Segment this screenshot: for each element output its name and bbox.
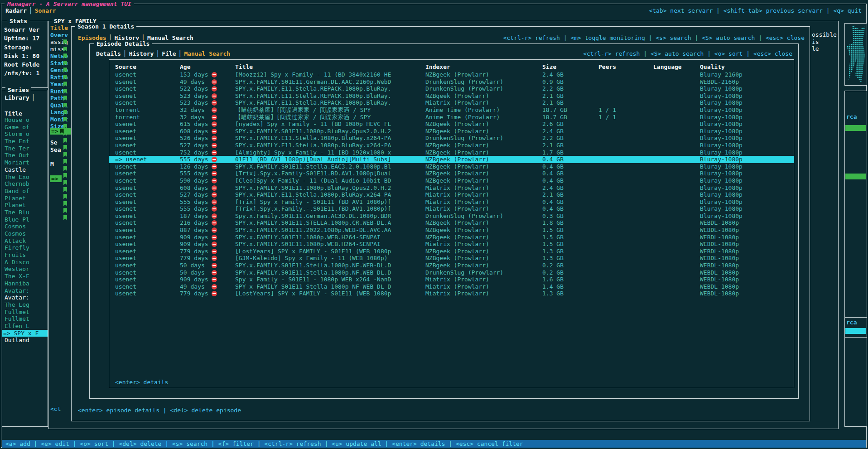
release-row[interactable]: usenet779 days[LostYears] SPY x FAMILY -… — [109, 248, 794, 255]
series-item[interactable]: Blue Pl — [2, 216, 48, 223]
release-row[interactable]: usenet187 daysSpy.x.Family.S01E11.German… — [109, 212, 794, 220]
release-row[interactable]: usenet909 daysSPY.x.FAMILY.S01E11.1080p.… — [109, 234, 794, 241]
icon-row — [63, 186, 67, 193]
release-row[interactable]: torrent32 days【喵萌奶茶屋】[間諜過家家 / 間諜家家酒 / SP… — [109, 106, 794, 114]
series-item[interactable]: Outland — [2, 337, 48, 344]
release-cell: SPY.x.FAMILY.E11.Stella.1080p.BluRay.x26… — [235, 142, 425, 149]
tab-library[interactable]: Library — [5, 94, 29, 101]
series-item[interactable]: Chernob — [2, 180, 48, 188]
release-row[interactable]: usenet522 daysSPY.x.FAMILY.E11.Stella.RE… — [109, 85, 794, 92]
series-item[interactable]: The Blu — [2, 209, 48, 216]
series-item[interactable]: Band of — [2, 188, 48, 195]
episode-tab-manual-search[interactable]: Manual Search — [184, 50, 230, 57]
column-header[interactable]: Size — [542, 63, 598, 71]
release-row[interactable]: usenet527 daysSPY.x.FAMILY.E11.Stella.10… — [109, 142, 794, 149]
column-header[interactable]: Title — [235, 63, 425, 71]
series-item[interactable]: Storm o — [2, 130, 48, 138]
series-item[interactable]: The X-F — [2, 273, 48, 280]
rejected-icon — [212, 72, 217, 77]
series-item[interactable]: House o — [2, 116, 48, 124]
series-item[interactable]: Cosmos — [2, 230, 48, 237]
series-item[interactable]: The Exo — [2, 174, 48, 181]
release-cell: usenet — [115, 234, 180, 241]
release-cell: 523 days — [180, 92, 212, 100]
series-item[interactable]: The Enf — [2, 138, 48, 145]
series-item[interactable]: A Disco — [2, 259, 48, 266]
release-row[interactable]: usenet216 daysSPY.x.FAMILY.S01E11.STELLA… — [109, 219, 794, 227]
column-header[interactable]: Language — [653, 63, 700, 71]
release-row[interactable]: torrent32 days【喵萌奶茶屋】[间谍过家家 / 间谍家家酒 / SP… — [109, 114, 794, 121]
series-item[interactable]: Castle — [2, 166, 48, 174]
release-row[interactable]: usenet523 daysSPY.x.FAMILY.E11.Stella.RE… — [109, 92, 794, 100]
series-item[interactable]: Moriart — [2, 159, 48, 166]
release-cell — [653, 184, 700, 192]
series-item[interactable]: Avatar: — [2, 294, 48, 301]
episode-tab-details[interactable]: Details — [96, 50, 121, 57]
episode-tab-file[interactable]: File — [162, 50, 176, 57]
icon-row — [63, 200, 67, 208]
release-cell — [598, 121, 653, 128]
column-header[interactable]: Quality — [700, 63, 794, 71]
season-tab-manual-search[interactable]: Manual Search — [147, 34, 193, 41]
release-row[interactable]: usenet50 daysSPY.x.FAMILY.S01E11.Stella.… — [109, 262, 794, 269]
occluded-field-label: Overv — [50, 32, 71, 39]
release-row[interactable]: => usenet555 days01E11 (BD AV1 1080p)[Du… — [109, 156, 794, 163]
release-row[interactable]: usenet779 days[LostYears] SPY x FAMILY -… — [109, 290, 794, 297]
series-item[interactable]: Fullmet — [2, 309, 48, 316]
release-cell: usenet — [115, 198, 180, 206]
release-cell: 590 days — [180, 177, 212, 184]
release-row[interactable]: usenet49 daysSPY x FAMILY S01E11 Stella … — [109, 283, 794, 290]
column-header[interactable]: Age — [180, 63, 212, 71]
release-row[interactable]: usenet590 days[Cleo]Spy x Family - 11 (D… — [109, 177, 794, 184]
release-row[interactable]: usenet909 daysSPY.x.FAMILY.S01E11.1080p.… — [109, 241, 794, 248]
release-row[interactable]: usenet555 days[Trix].Spy.x.Family.-.S01E… — [109, 205, 794, 212]
release-row[interactable]: usenet779 days[GJM-Kaleido] Spy x Family… — [109, 255, 794, 262]
series-item[interactable]: Avatar: — [2, 287, 48, 295]
release-row[interactable]: usenet49 daysSPY.x.FAMILY.S01E11.German.… — [109, 78, 794, 86]
release-row[interactable]: usenet555 days[Trix].Spy.x.Family-S01E11… — [109, 170, 794, 177]
release-row[interactable]: usenet527 daysSPY.x.FAMILY.E11.Stella.10… — [109, 191, 794, 198]
release-row[interactable]: usenet752 days[Almighty] Spy x Family - … — [109, 149, 794, 156]
servarr-tab-sonarr[interactable]: Sonarr — [35, 7, 56, 14]
column-header[interactable] — [212, 63, 235, 71]
series-item[interactable]: Attack — [2, 237, 48, 245]
series-item[interactable]: The Leg — [2, 301, 48, 309]
release-row[interactable]: usenet909 daysSpy x Family - S01E11 - 10… — [109, 276, 794, 283]
series-item[interactable]: The Ter — [2, 145, 48, 152]
series-item[interactable]: Elfen L — [2, 323, 48, 330]
release-row[interactable]: usenet153 days[Moozzi2] Spy x Family - 1… — [109, 71, 794, 78]
series-item[interactable]: Cosmos — [2, 223, 48, 230]
release-row[interactable]: usenet523 daysSPY.x.FAMILY.E11.Stella.RE… — [109, 99, 794, 106]
series-item[interactable]: Planet — [2, 195, 48, 202]
release-cell: 1.6 GB — [542, 276, 598, 283]
release-row[interactable]: usenet50 daysSPY.x.FAMILY.S01E11.Stella.… — [109, 269, 794, 276]
column-header[interactable]: Indexer — [425, 63, 542, 71]
series-item[interactable]: The Out — [2, 152, 48, 159]
series-item[interactable]: => SPY x F — [2, 330, 48, 337]
series-item[interactable]: Game of — [2, 124, 48, 131]
release-row[interactable]: usenet555 days[Trix] Spy x Family - S01E… — [109, 198, 794, 206]
series-item[interactable]: Hanniba — [2, 280, 48, 287]
release-row[interactable]: usenet887 daysSPY.x.FAMILY.S01E11.2022.1… — [109, 227, 794, 234]
release-row[interactable]: usenet608 daysSPY.x.FAMILY.S01E11.1080p.… — [109, 184, 794, 192]
episode-tab-history[interactable]: History — [129, 50, 154, 57]
release-cell — [212, 283, 235, 290]
series-item[interactable]: Westwor — [2, 266, 48, 273]
column-header[interactable]: Peers — [598, 63, 653, 71]
release-cell: [Trix].Spy.x.Family.-.S01E11.(BD.AV1.108… — [235, 205, 425, 212]
stats-panel-title: Stats — [7, 18, 29, 24]
release-row[interactable]: usenet126 daysSPY.X.FAMILY.S01E11.Stella… — [109, 163, 794, 170]
release-row[interactable]: usenet615 days[nyadex] Spy x Family - 11… — [109, 121, 794, 128]
column-header[interactable]: Source — [115, 63, 180, 71]
release-cell: 527 days — [180, 142, 212, 149]
series-column-header[interactable]: Title — [5, 110, 22, 117]
series-item[interactable]: Fruits — [2, 251, 48, 259]
release-row[interactable]: usenet526 daysSPY.x.FAMILY.E11.Stella.10… — [109, 135, 794, 142]
release-row[interactable]: usenet608 daysSPY.x.FAMILY.S01E11.1080p.… — [109, 128, 794, 135]
servarr-tab-radarr[interactable]: Radarr — [5, 7, 27, 14]
series-item[interactable]: Fullmet — [2, 315, 48, 323]
release-cell — [653, 269, 700, 276]
series-item[interactable]: Planet — [2, 202, 48, 209]
series-item[interactable]: Firefly — [2, 244, 48, 251]
release-cell: NZBgeek (Prowlarr) — [425, 255, 542, 262]
